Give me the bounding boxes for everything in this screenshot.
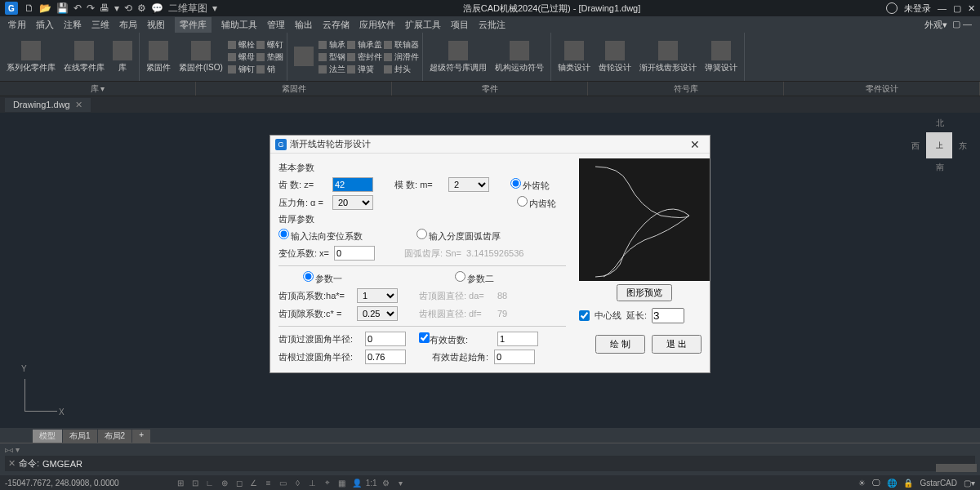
pressure-select[interactable]: 20 — [332, 195, 373, 210]
snap-icon[interactable]: ⊡ — [189, 477, 201, 488]
root-fillet-input[interactable] — [365, 350, 406, 364]
menu-item[interactable]: 视图 — [147, 19, 165, 31]
cmd-scrollbar[interactable] — [936, 464, 977, 472]
cmd-close-icon[interactable]: ✕ — [8, 458, 16, 469]
user-avatar-icon[interactable] — [886, 2, 898, 14]
external-gear-radio[interactable] — [510, 178, 521, 189]
tip-fillet-input[interactable] — [365, 332, 406, 346]
ribbon-small[interactable]: 轴承盖 — [347, 39, 382, 51]
ribbon-small[interactable]: 轴承 — [318, 39, 345, 51]
lwt-icon[interactable]: ≡ — [263, 477, 274, 488]
status-icon[interactable]: ⌖ — [322, 477, 333, 488]
ortho-icon[interactable]: ∟ — [204, 477, 216, 488]
exit-button[interactable]: 退 出 — [652, 335, 702, 354]
viewcube-west[interactable]: 西 — [911, 140, 920, 152]
input-shift-radio[interactable] — [278, 229, 289, 239]
status-monitor-icon[interactable]: 🖵 — [872, 479, 880, 488]
dialog-titlebar[interactable]: G 渐开线齿轮齿形设计 ✕ — [270, 136, 710, 154]
menu-item[interactable]: 辅助工具 — [221, 19, 257, 31]
close-tab-icon[interactable]: ✕ — [75, 100, 82, 110]
qat-save-icon[interactable]: 💾 — [56, 2, 69, 14]
ribbon-small[interactable]: 垫圈 — [256, 51, 283, 63]
param2-radio[interactable] — [455, 271, 466, 282]
ribbon-small[interactable]: 联轴器 — [384, 39, 419, 51]
dyn-icon[interactable]: ▭ — [278, 477, 289, 488]
maximize-icon[interactable]: ▢ — [953, 3, 961, 14]
ribbon-small[interactable]: 螺钉 — [256, 39, 283, 51]
close-icon[interactable]: ✕ — [968, 3, 975, 14]
minimize-icon[interactable]: — — [938, 3, 947, 13]
eff-teeth-check[interactable] — [419, 332, 430, 343]
ribbon-btn[interactable]: 机构运动符号 — [492, 39, 547, 75]
scale-label[interactable]: 1:1 — [366, 477, 377, 488]
ribbon-small[interactable]: 型钢 — [318, 51, 345, 63]
menu-item[interactable]: 注释 — [64, 19, 82, 31]
appearance-dropdown[interactable]: 外观▾ — [924, 19, 947, 31]
menu-item[interactable]: 应用软件 — [359, 19, 395, 31]
ribbon-btn[interactable]: 超级符号库调用 — [426, 39, 490, 75]
qat-open-icon[interactable]: 📂 — [39, 2, 51, 14]
menu-item[interactable]: 扩展工具 — [405, 19, 441, 31]
viewcube[interactable]: 上 北 南 东 西 — [915, 121, 964, 170]
layout-tab-add[interactable]: + — [132, 430, 150, 443]
ribbon-small[interactable]: 螺栓 — [228, 39, 255, 51]
qat-print-icon[interactable]: 🖶 — [100, 2, 109, 14]
menu-item[interactable]: 项目 — [451, 19, 469, 31]
status-sun-icon[interactable]: ☀ — [858, 479, 866, 488]
ribbon-btn[interactable]: 轴类设计 — [555, 39, 594, 75]
module-select[interactable]: 2 — [448, 177, 489, 192]
shift-input[interactable] — [334, 246, 375, 261]
ribbon-small[interactable]: 螺母 — [228, 51, 255, 63]
ha-select[interactable]: 1 — [357, 288, 398, 303]
eff-start-input[interactable] — [494, 350, 535, 364]
qat-comment-icon[interactable]: 💬 — [151, 2, 163, 14]
input-arc-radio[interactable] — [416, 229, 427, 239]
preview-button[interactable]: 图形预览 — [617, 284, 672, 301]
status-icon[interactable]: ⚙ — [381, 477, 392, 488]
cmd-input-row[interactable]: ✕ 命令: GMGEAR — [5, 456, 975, 471]
eff-teeth-input[interactable] — [497, 332, 538, 346]
ribbon-small[interactable]: 润滑件 — [384, 51, 419, 63]
viewcube-north[interactable]: 北 — [936, 118, 944, 129]
layout-tab[interactable]: 布局2 — [98, 430, 132, 443]
ribbon-small[interactable]: 密封件 — [347, 51, 382, 63]
ribbon-btn[interactable]: 在线零件库 — [60, 39, 108, 75]
viewcube-east[interactable]: 东 — [959, 140, 967, 152]
c-select[interactable]: 0.25 — [357, 306, 398, 321]
status-icon[interactable]: 👤 — [351, 477, 363, 488]
login-status[interactable]: 未登录 — [904, 2, 931, 15]
teeth-input[interactable] — [332, 177, 373, 192]
ribbon-btn[interactable]: 紧固件(ISO) — [176, 39, 226, 75]
status-expand-icon[interactable]: ▢▾ — [964, 479, 975, 488]
ribbon-btn[interactable]: 齿轮设计 — [595, 39, 635, 75]
viewcube-top[interactable]: 上 — [926, 132, 952, 158]
param1-radio[interactable] — [303, 271, 314, 282]
qat-share-icon[interactable]: ⟲ — [124, 2, 132, 14]
ribbon-btn[interactable]: 渐开线齿形设计 — [636, 39, 700, 75]
draw-button[interactable]: 绘 制 — [595, 335, 645, 354]
ribbon-btn[interactable] — [291, 45, 317, 69]
qat-more-icon[interactable]: ▾ — [114, 2, 119, 14]
ribbon-btn[interactable]: 系列化零件库 — [3, 39, 59, 75]
internal-gear-radio[interactable] — [517, 196, 528, 207]
menu-item[interactable]: 布局 — [119, 19, 137, 31]
extend-input[interactable] — [652, 308, 684, 323]
menu-item[interactable]: 管理 — [267, 19, 285, 31]
dialog-close-icon[interactable]: ✕ — [685, 138, 705, 151]
menu-item[interactable]: 插入 — [36, 19, 54, 31]
layout-tab-model[interactable]: 模型 — [33, 430, 62, 443]
osnap-icon[interactable]: ◻ — [234, 477, 245, 488]
menu-min-icon[interactable]: ▢ — — [952, 19, 972, 31]
menu-item[interactable]: 三维 — [91, 19, 109, 31]
grid-icon[interactable]: ⊞ — [175, 477, 186, 488]
ribbon-btn[interactable]: 紧固件 — [143, 39, 174, 75]
viewcube-south[interactable]: 南 — [936, 162, 944, 173]
ribbon-btn[interactable]: 库 — [109, 39, 136, 75]
status-icon[interactable]: ▾ — [395, 477, 407, 488]
menu-item[interactable]: 输出 — [295, 19, 313, 31]
ribbon-small[interactable]: 铆钉 — [228, 64, 255, 75]
status-globe-icon[interactable]: 🌐 — [887, 479, 897, 488]
qat-new-icon[interactable]: 🗋 — [24, 2, 34, 14]
menu-item-active[interactable]: 零件库 — [175, 17, 212, 33]
polar-icon[interactable]: ⊕ — [219, 477, 230, 488]
